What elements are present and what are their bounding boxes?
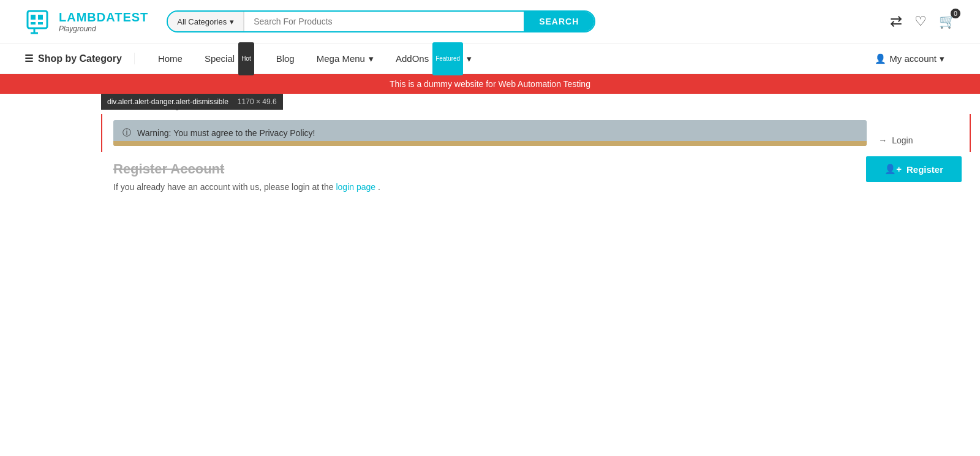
svg-rect-3 [31, 22, 36, 25]
nav-special[interactable]: Special Hot [194, 44, 265, 74]
account-person-icon: 👤 [875, 44, 886, 74]
tooltip-element-name: div.alert.alert-danger.alert-dismissible [107, 97, 228, 106]
logo-icon [24, 6, 55, 37]
warning-alert: ⓘ Warning: You must agree to the Privacy… [113, 120, 867, 146]
page-area: div.alert.alert-danger.alert-dismissible… [0, 94, 980, 456]
svg-rect-4 [38, 22, 43, 25]
shop-by-category[interactable]: ☰ Shop by Category [24, 53, 135, 64]
alert-banner-text: This is a dummy website for Web Automati… [390, 79, 590, 89]
warning-text: Warning: You must agree to the Privacy P… [137, 128, 315, 138]
element-tooltip: div.alert.alert-danger.alert-dismissible… [101, 94, 283, 110]
account-arrow-icon: ▾ [940, 44, 944, 74]
nav-my-account[interactable]: 👤 My account ▾ [864, 44, 956, 74]
tooltip-element-size: 1170 × 49.6 [238, 97, 277, 106]
logo-text: LAMBDATEST Playground [59, 10, 148, 33]
addons-featured-badge: Featured [432, 42, 463, 75]
register-title: Register Account [113, 161, 867, 177]
category-dropdown[interactable]: All Categories ▾ [168, 12, 244, 31]
wishlist-icon[interactable]: ♡ [914, 13, 927, 29]
shop-by-category-label: Shop by Category [38, 53, 122, 64]
mega-menu-arrow-icon: ▾ [369, 44, 374, 74]
category-label: All Categories [177, 17, 227, 26]
hamburger-icon: ☰ [24, 53, 33, 64]
cart-icon[interactable]: 🛒 0 [939, 13, 956, 29]
logo-lambdatest: LAMBDATEST [59, 10, 148, 25]
register-icon: 👤+ [884, 164, 902, 175]
top-header: LAMBDATEST Playground All Categories ▾ S… [0, 0, 980, 44]
svg-rect-2 [38, 15, 43, 20]
nav-blog[interactable]: Blog [265, 44, 306, 74]
special-hot-badge: Hot [238, 42, 254, 75]
search-button[interactable]: SEARCH [524, 12, 594, 31]
search-container: All Categories ▾ SEARCH [167, 10, 595, 32]
compare-icon[interactable]: ⇄ [890, 13, 902, 30]
search-input[interactable] [244, 12, 524, 31]
element-tooltip-overlay: div.alert.alert-danger.alert-dismissible… [101, 94, 283, 110]
cart-badge: 0 [951, 9, 960, 18]
login-icon: → [878, 135, 887, 145]
nav-mega-menu[interactable]: Mega Menu ▾ [306, 44, 385, 74]
nav-addons[interactable]: AddOns Featured ▾ [385, 44, 483, 74]
nav-home[interactable]: Home [147, 44, 194, 74]
login-button[interactable]: → Login [866, 131, 962, 150]
register-text: If you already have an account with us, … [113, 182, 867, 192]
alert-banner: This is a dummy website for Web Automati… [0, 74, 980, 94]
logo[interactable]: LAMBDATEST Playground [24, 6, 148, 37]
addons-arrow-icon: ▾ [467, 44, 472, 74]
login-link[interactable]: login page [336, 182, 375, 192]
dropdown-arrow-icon: ▾ [230, 17, 234, 26]
svg-rect-1 [31, 15, 36, 20]
warning-icon: ⓘ [123, 127, 131, 139]
website-content: div.alert.alert-danger.alert-dismissible… [0, 94, 980, 456]
register-button[interactable]: 👤+ Register [866, 156, 962, 182]
main-nav: ☰ Shop by Category Home Special Hot Blog… [0, 44, 980, 74]
sidebar-buttons: → Login 👤+ Register [866, 131, 962, 182]
register-section: Register Account If you already have an … [0, 152, 980, 201]
svg-rect-0 [28, 11, 47, 28]
header-icons: ⇄ ♡ 🛒 0 [890, 13, 956, 30]
logo-playground: Playground [59, 25, 148, 33]
